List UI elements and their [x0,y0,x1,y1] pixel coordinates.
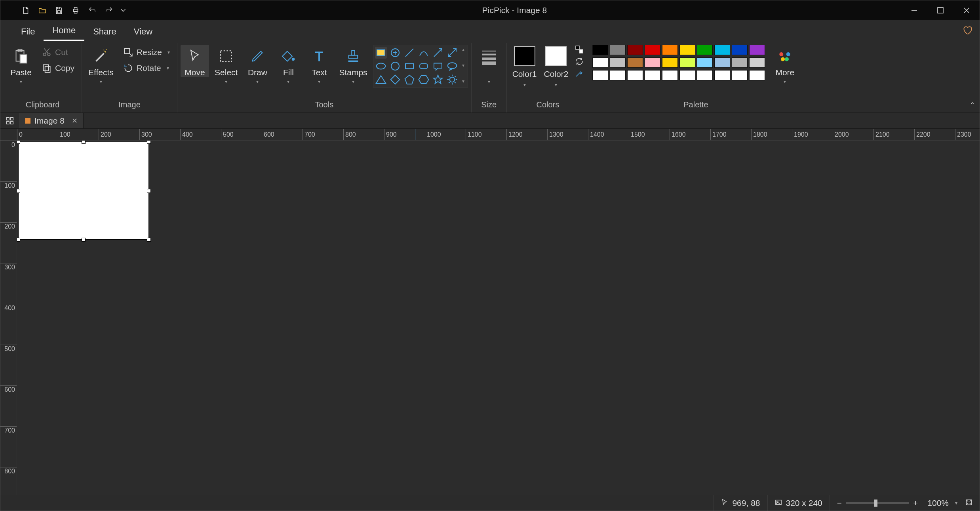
palette-swatch[interactable] [610,57,626,68]
ruler-horizontal[interactable]: 0100200300400500600700800900100011001200… [17,129,980,141]
palette-swatch[interactable] [627,45,643,55]
palette-swatch[interactable] [610,45,626,55]
palette-swatch[interactable] [714,70,730,80]
stamps-tool-button[interactable]: Stamps ▾ [336,45,370,84]
palette-swatch[interactable] [645,45,660,55]
shape-speech-icon[interactable] [446,60,458,72]
shapes-gallery[interactable] [373,45,460,87]
eyedropper-icon[interactable] [575,69,584,78]
shape-callout-icon[interactable] [432,60,444,72]
shape-diamond-icon[interactable] [389,74,401,86]
redo-icon[interactable] [102,3,116,17]
favorite-icon[interactable] [962,25,972,38]
qat-customize-icon[interactable] [118,3,128,17]
tab-view[interactable]: View [125,23,161,41]
palette-swatch[interactable] [662,70,678,80]
shapes-scroll-down-icon[interactable]: ▾ [460,63,467,70]
shape-circle-icon[interactable] [389,60,401,72]
zoom-slider[interactable] [846,502,909,504]
rotate-button[interactable]: Rotate ▾ [119,61,174,76]
resize-button[interactable]: Resize ▾ [119,45,174,60]
selection-handle[interactable] [147,141,151,144]
select-tool-button[interactable]: Select ▾ [211,45,241,84]
selection-handle[interactable] [82,141,86,144]
shape-pentagon-icon[interactable] [403,74,415,86]
palette-swatch[interactable] [697,57,713,68]
shapes-scroll-up-icon[interactable]: ▴ [460,47,467,54]
close-button[interactable] [953,0,980,20]
thumbnails-button[interactable] [0,113,19,128]
open-file-icon[interactable] [35,3,49,17]
line-size-button[interactable]: ▾ [475,45,503,84]
shape-line-icon[interactable] [403,47,415,59]
selection-handle[interactable] [17,141,20,144]
swap-colors-icon[interactable] [575,45,584,54]
document-tab[interactable]: Image 8 ✕ [19,113,84,128]
cut-button[interactable]: Cut [38,45,78,60]
selection-handle[interactable] [147,238,151,242]
save-icon[interactable] [52,3,66,17]
palette-swatch[interactable] [732,45,748,55]
palette-swatch[interactable] [697,70,713,80]
refresh-colors-icon[interactable] [575,57,584,66]
effects-button[interactable]: Effects ▾ [85,45,117,84]
selection-handle[interactable] [147,189,151,193]
palette-swatch[interactable] [697,45,713,55]
chevron-down-icon[interactable]: ▾ [955,500,957,506]
shapes-expand-icon[interactable]: ▾ [460,78,467,86]
paste-button[interactable]: Paste ▾ [7,45,35,84]
zoom-in-button[interactable]: + [913,498,918,508]
zoom-value[interactable]: 100% [927,498,949,508]
close-tab-icon[interactable]: ✕ [72,116,78,125]
palette-swatch[interactable] [732,57,748,68]
palette-swatch[interactable] [645,57,660,68]
palette-swatch[interactable] [714,45,730,55]
palette-swatch[interactable] [679,57,695,68]
palette-swatch[interactable] [679,45,695,55]
selection-handle[interactable] [17,238,20,242]
move-tool-button[interactable]: Move [181,45,209,77]
tab-share[interactable]: Share [84,23,125,41]
palette-swatch[interactable] [645,70,660,80]
print-icon[interactable] [69,3,83,17]
canvas[interactable] [18,142,149,240]
copy-button[interactable]: Copy [38,61,78,76]
shape-triangle-icon[interactable] [375,74,387,86]
palette-swatch[interactable] [679,70,695,80]
zoom-slider-knob[interactable] [874,500,877,507]
text-tool-button[interactable]: Text ▾ [305,45,333,84]
canvas-area[interactable] [17,141,980,495]
palette-swatch[interactable] [662,57,678,68]
draw-tool-button[interactable]: Draw ▾ [243,45,272,84]
shape-add-circle-icon[interactable] [389,47,401,59]
palette-swatch[interactable] [610,70,626,80]
zoom-fit-icon[interactable] [965,498,972,508]
palette-swatch[interactable] [732,70,748,80]
palette-swatch[interactable] [749,70,765,80]
shape-double-arrow-icon[interactable] [446,47,458,59]
shape-arrow-icon[interactable] [432,47,444,59]
ribbon-collapse-icon[interactable]: ⌃ [970,101,975,109]
palette-swatch[interactable] [592,57,608,68]
new-file-icon[interactable] [19,3,33,17]
tab-home[interactable]: Home [44,21,84,41]
palette-swatch[interactable] [592,70,608,80]
palette-swatch[interactable] [627,70,643,80]
palette-swatch[interactable] [592,45,608,55]
shape-hexagon-icon[interactable] [418,74,430,86]
color2-button[interactable]: Color2 ▾ [542,45,571,89]
shape-star-icon[interactable] [432,74,444,86]
selection-handle[interactable] [82,238,86,242]
minimize-button[interactable] [901,0,927,20]
zoom-out-button[interactable]: − [837,498,842,508]
undo-icon[interactable] [85,3,99,17]
tab-file[interactable]: File [12,23,44,41]
selection-handle[interactable] [17,189,20,193]
more-colors-button[interactable]: More ▾ [771,45,799,84]
palette-swatch[interactable] [627,57,643,68]
palette-swatch[interactable] [662,45,678,55]
palette-swatch[interactable] [714,57,730,68]
maximize-button[interactable] [927,0,953,20]
palette-swatch[interactable] [749,45,765,55]
shape-curve-icon[interactable] [418,47,430,59]
